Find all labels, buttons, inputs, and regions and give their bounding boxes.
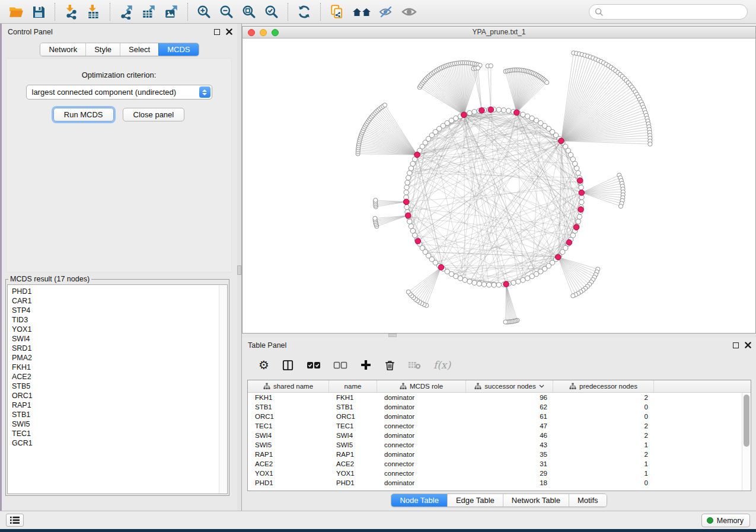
memory-button[interactable]: Memory [701, 514, 750, 527]
optimization-criterion-select[interactable]: largest connected component (undirected) [26, 85, 212, 100]
hide-details-button[interactable] [377, 2, 396, 21]
run-mcds-button[interactable]: Run MCDS [53, 108, 114, 121]
graph-hub-node[interactable] [579, 190, 585, 196]
table-row[interactable]: PHD1 PHD1 dominator 18 0 [248, 478, 751, 488]
list-item[interactable]: YOX1 [12, 325, 227, 334]
graph-node[interactable] [406, 290, 410, 294]
graph-node[interactable] [472, 110, 477, 114]
graph-hub-node[interactable] [577, 178, 583, 184]
export-table-button[interactable] [139, 2, 158, 21]
tab-select[interactable]: Select [120, 43, 158, 56]
graph-node[interactable] [545, 81, 549, 85]
minimize-window-icon[interactable] [260, 29, 267, 36]
table-row[interactable]: YOX1 YOX1 connector 29 1 [248, 469, 751, 478]
maximize-window-icon[interactable] [272, 29, 279, 36]
tab-network-table[interactable]: Network Table [503, 494, 569, 507]
graph-node[interactable] [576, 219, 580, 224]
graph-node[interactable] [503, 320, 508, 324]
column-header-predecessor-nodes[interactable]: predecessor nodes [553, 380, 654, 392]
table-row[interactable]: FKH1 FKH1 dominator 96 2 [248, 393, 751, 402]
graph-node[interactable] [472, 280, 477, 285]
graph-node[interactable] [521, 112, 525, 117]
graph-node[interactable] [576, 171, 580, 175]
graph-node[interactable] [648, 142, 652, 146]
graph-node[interactable] [406, 175, 411, 180]
list-item[interactable]: CAR1 [12, 296, 227, 306]
graph-node[interactable] [454, 116, 458, 120]
import-network-button[interactable] [62, 2, 81, 21]
table-row[interactable]: ORC1 ORC1 dominator 61 0 [248, 412, 751, 421]
graph-node[interactable] [492, 283, 496, 287]
list-item[interactable]: STB5 [12, 382, 227, 391]
list-item[interactable]: ACE2 [12, 372, 227, 382]
vertical-splitter[interactable] [237, 24, 242, 511]
tab-network[interactable]: Network [40, 43, 85, 56]
graph-node[interactable] [481, 282, 486, 287]
graph-hub-node[interactable] [559, 138, 564, 144]
list-item[interactable]: PHD1 [12, 287, 227, 296]
graph-node[interactable] [529, 274, 534, 278]
tab-style[interactable]: Style [85, 43, 120, 56]
column-header-mcds-role[interactable]: MCDS role [377, 380, 466, 392]
table-row[interactable]: SWI5 SWI5 connector 43 1 [248, 440, 751, 450]
float-panel-icon[interactable] [733, 342, 739, 348]
graph-node[interactable] [404, 190, 409, 195]
table-row[interactable]: STB1 STB1 dominator 62 0 [248, 402, 751, 412]
deselect-all-icon[interactable] [333, 361, 347, 370]
close-panel-icon[interactable] [745, 342, 751, 348]
list-item[interactable]: PMA2 [12, 353, 227, 363]
graph-node[interactable] [501, 108, 506, 113]
graph-node[interactable] [409, 224, 413, 229]
column-header-successor-nodes[interactable]: successor nodes [466, 380, 553, 392]
table-scrollbar[interactable] [742, 393, 751, 491]
graph-node[interactable] [525, 276, 529, 281]
close-window-icon[interactable] [248, 29, 255, 36]
splitter-grip[interactable] [237, 265, 241, 275]
graph-node[interactable] [477, 281, 481, 286]
export-image-button[interactable] [162, 2, 181, 21]
result-scrollbar[interactable] [219, 285, 227, 493]
graph-node[interactable] [577, 214, 582, 219]
graph-node[interactable] [407, 171, 412, 175]
clone-network-button[interactable] [327, 2, 346, 21]
first-neighbors-button[interactable] [350, 2, 374, 21]
graph-node[interactable] [373, 216, 377, 220]
task-history-button[interactable] [6, 514, 24, 527]
graph-node[interactable] [404, 204, 409, 209]
graph-hub-node[interactable] [566, 239, 572, 245]
search-box[interactable] [589, 4, 748, 20]
graph-node[interactable] [405, 180, 410, 185]
graph-node[interactable] [571, 294, 575, 298]
graph-hub-node[interactable] [573, 225, 579, 230]
graph-node[interactable] [496, 283, 501, 287]
graph-node[interactable] [467, 111, 472, 116]
table-row[interactable]: TEC1 TEC1 connector 47 2 [248, 421, 751, 431]
refresh-button[interactable] [295, 2, 314, 21]
graph-hub-node[interactable] [461, 112, 467, 118]
graph-node[interactable] [476, 66, 480, 70]
settings-gear-icon[interactable]: ⚙ [259, 359, 269, 371]
graph-hub-node[interactable] [438, 264, 444, 270]
column-header-shared-name[interactable]: shared name [248, 380, 329, 392]
graph-node[interactable] [404, 185, 409, 190]
export-network-button[interactable] [117, 2, 136, 21]
close-panel-icon[interactable] [226, 28, 232, 35]
scrollbar-thumb[interactable] [744, 395, 749, 447]
graph-hub-node[interactable] [414, 152, 420, 158]
mcds-result-list[interactable]: PHD1 CAR1 STP4 TID3 YOX1 SWI4 SRD1 PMA2 … [7, 284, 228, 494]
graph-node[interactable] [574, 166, 579, 171]
table-row[interactable]: SWI4 SWI4 dominator 46 2 [248, 431, 751, 440]
graph-node[interactable] [467, 279, 472, 284]
list-item[interactable]: GCR1 [12, 438, 227, 448]
list-item[interactable]: STB1 [12, 410, 227, 419]
close-panel-button[interactable]: Close panel [123, 108, 185, 121]
graph-hub-node[interactable] [405, 213, 411, 219]
delete-column-icon[interactable] [384, 359, 395, 371]
graph-node[interactable] [410, 228, 415, 233]
add-column-icon[interactable] [360, 359, 372, 371]
select-all-icon[interactable] [307, 361, 321, 370]
column-header-name[interactable]: name [329, 380, 377, 392]
list-item[interactable]: SWI4 [12, 334, 227, 344]
network-graph[interactable] [243, 39, 755, 333]
graph-hub-node[interactable] [578, 207, 584, 213]
